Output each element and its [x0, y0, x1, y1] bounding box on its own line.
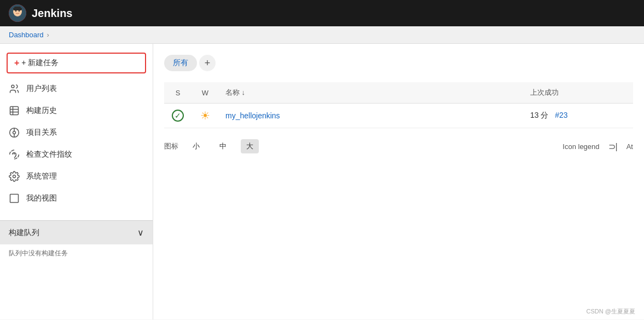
- plus-icon: +: [14, 58, 19, 68]
- sidebar-item-my-views-label: 我的视图: [26, 193, 57, 203]
- col-header-last-success: 上次成功: [524, 82, 633, 104]
- svg-point-3: [15, 10, 16, 12]
- tab-add-button[interactable]: +: [199, 55, 216, 71]
- rss-icon: ⊃|: [608, 141, 618, 152]
- job-status-cell: ✓: [164, 104, 192, 128]
- last-success-build-link[interactable]: #23: [555, 111, 567, 119]
- col-header-w: W: [192, 82, 219, 104]
- build-queue-content: 队列中没有构建任务: [0, 244, 153, 262]
- svg-point-7: [11, 85, 14, 88]
- sidebar-item-fingerprint-label: 检查文件指纹: [26, 150, 72, 159]
- icon-legend-link[interactable]: Icon legend: [562, 142, 599, 151]
- job-name-link[interactable]: my_hellojenkins: [225, 111, 280, 120]
- main-content: 所有 + S W 名称 ↓: [153, 44, 644, 319]
- app-title: Jenkins: [32, 7, 72, 20]
- job-weather-cell: ☀: [192, 104, 219, 128]
- build-queue-header[interactable]: 构建队列 ∨: [0, 220, 153, 244]
- main-layout: + + 新建任务 用户列表: [0, 44, 644, 319]
- sidebar-item-my-views[interactable]: 我的视图: [0, 187, 153, 209]
- svg-point-13: [13, 132, 16, 134]
- sidebar-item-project-relations-label: 项目关系: [26, 128, 57, 138]
- last-success-time: 13 分: [530, 111, 548, 119]
- build-queue-title: 构建队列: [9, 228, 39, 238]
- fingerprint-icon: [9, 149, 20, 160]
- sidebar-item-users[interactable]: 用户列表: [0, 78, 153, 100]
- tabs-bar: 所有 +: [164, 55, 633, 71]
- footer-right: Icon legend ⊃| At: [562, 141, 633, 152]
- breadcrumb-dashboard[interactable]: Dashboard: [9, 31, 44, 39]
- col-header-name[interactable]: 名称 ↓: [219, 82, 524, 104]
- footer-bar: 图标 小 中 大 Icon legend ⊃| At: [164, 139, 633, 153]
- svg-point-16: [13, 175, 16, 178]
- svg-rect-6: [14, 7, 21, 9]
- breadcrumb: Dashboard ›: [0, 26, 644, 44]
- size-small-button[interactable]: 小: [187, 139, 205, 153]
- status-success-icon: ✓: [172, 110, 184, 122]
- sidebar-item-project-relations[interactable]: 项目关系: [0, 122, 153, 144]
- size-large-button[interactable]: 大: [241, 139, 259, 153]
- jenkins-logo-icon: [9, 4, 26, 22]
- plus-tab-icon: +: [205, 58, 211, 69]
- csdn-watermark: CSDN @生夏夏夏: [587, 307, 635, 316]
- svg-rect-8: [10, 107, 19, 115]
- tab-all-label: 所有: [173, 58, 188, 67]
- sidebar-item-system-manage[interactable]: 系统管理: [0, 165, 153, 187]
- sidebar-item-fingerprint[interactable]: 检查文件指纹: [0, 144, 153, 165]
- sidebar-item-system-manage-label: 系统管理: [26, 172, 57, 181]
- sidebar-item-users-label: 用户列表: [26, 84, 57, 94]
- table-row: ✓ ☀ my_hellojenkins 13 分 #23: [164, 104, 633, 128]
- svg-rect-17: [10, 195, 19, 203]
- history-icon: [9, 105, 20, 116]
- sidebar-item-build-history[interactable]: 构建历史: [0, 100, 153, 122]
- view-icon: [9, 193, 20, 204]
- chevron-down-icon: ∨: [137, 227, 144, 238]
- breadcrumb-chevron: ›: [47, 31, 49, 39]
- job-name-cell: my_hellojenkins: [219, 104, 524, 128]
- users-icon: [9, 83, 20, 94]
- build-queue-empty: 队列中没有构建任务: [9, 249, 68, 257]
- sidebar-item-build-history-label: 构建历史: [26, 106, 57, 116]
- svg-point-4: [19, 10, 20, 12]
- jobs-table: S W 名称 ↓ 上次成功 ✓: [164, 82, 633, 128]
- weather-sun-icon: ☀: [200, 110, 210, 122]
- icon-label: 图标: [164, 141, 178, 151]
- gear-icon: [9, 171, 20, 182]
- col-header-s: S: [164, 82, 192, 104]
- relations-icon: [9, 127, 20, 138]
- tab-all[interactable]: 所有: [164, 55, 197, 71]
- new-task-button[interactable]: + + 新建任务: [7, 53, 146, 73]
- new-task-label: + 新建任务: [21, 58, 59, 68]
- at-label: At: [626, 142, 633, 151]
- size-medium-button[interactable]: 中: [214, 139, 232, 153]
- sidebar: + + 新建任务 用户列表: [0, 44, 153, 319]
- job-last-success-cell: 13 分 #23: [524, 104, 633, 128]
- app-header: Jenkins: [0, 0, 644, 26]
